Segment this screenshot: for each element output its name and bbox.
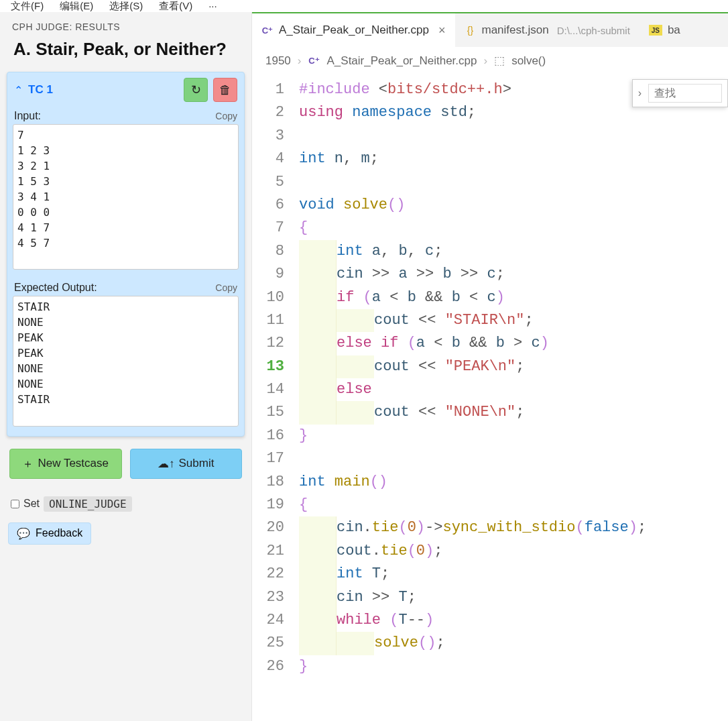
json-icon: {}	[465, 24, 477, 36]
feedback-button[interactable]: 💬 Feedback	[8, 522, 91, 545]
menu-file[interactable]: 文件(F)	[11, 0, 44, 12]
submit-button[interactable]: ☁↑ Submit	[130, 449, 243, 479]
editor-pane: ← → C⁺ A_Stair_Peak_or_Neither.cpp × {} …	[252, 12, 728, 721]
breadcrumb: 1950 › C⁺ A_Stair_Peak_or_Neither.cpp › …	[252, 47, 728, 74]
chevron-right-icon: ›	[298, 54, 302, 68]
tab-js-file[interactable]: JS ba	[640, 13, 690, 47]
copy-input-button[interactable]: Copy	[215, 111, 237, 121]
cpp-icon: C⁺	[308, 55, 320, 67]
delete-testcase-button[interactable]: 🗑	[213, 78, 237, 102]
cph-panel-title: CPH JUDGE: RESULTS	[0, 12, 251, 39]
chevron-up-icon[interactable]: ⌃	[14, 84, 23, 97]
reload-icon: ↻	[191, 82, 201, 97]
tab-label: ba	[668, 23, 680, 37]
nav-back-icon[interactable]: ←	[286, 12, 300, 15]
tab-cpp-file[interactable]: C⁺ A_Stair_Peak_or_Neither.cpp ×	[252, 13, 455, 47]
cpp-icon: C⁺	[261, 24, 274, 36]
testcase-name[interactable]: TC 1	[28, 83, 184, 97]
problem-title: A. Stair, Peak, or Neither?	[0, 39, 251, 72]
find-widget: ›	[632, 79, 728, 107]
trash-icon: 🗑	[219, 83, 231, 97]
code-editor[interactable]: 1234567891011121314151617181920212223242…	[252, 74, 728, 721]
close-icon[interactable]: ×	[438, 23, 446, 38]
menu-view[interactable]: 查看(V)	[159, 0, 192, 12]
menu-select[interactable]: 选择(S)	[109, 0, 143, 12]
breadcrumb-file[interactable]: A_Stair_Peak_or_Neither.cpp	[327, 54, 477, 68]
menubar: 文件(F) 编辑(E) 选择(S) 查看(V) ···	[0, 0, 728, 12]
function-icon: ⬚	[494, 54, 505, 68]
menu-edit[interactable]: 编辑(E)	[60, 0, 93, 12]
new-testcase-label: New Testcase	[38, 457, 109, 470]
expected-textarea[interactable]	[13, 296, 239, 426]
testcase-card: ⌃ TC 1 ↻ 🗑 Input: Copy Expected Output:	[7, 72, 245, 437]
tab-bar: C⁺ A_Stair_Peak_or_Neither.cpp × {} mani…	[252, 13, 728, 47]
menu-more[interactable]: ···	[208, 0, 217, 11]
submit-label: Submit	[179, 457, 215, 470]
code-content[interactable]: #include <bits/stdc++.h>using namespace …	[299, 78, 728, 721]
input-textarea[interactable]	[13, 124, 239, 270]
breadcrumb-folder[interactable]: 1950	[265, 54, 291, 68]
input-label: Input:	[14, 110, 41, 122]
cloud-upload-icon: ☁↑	[158, 457, 175, 471]
online-judge-badge: ONLINE_JUDGE	[44, 496, 132, 512]
tab-label: A_Stair_Peak_or_Neither.cpp	[279, 23, 429, 37]
tab-label: manifest.json	[482, 23, 549, 37]
js-icon: JS	[649, 25, 662, 36]
nav-forward-icon[interactable]: →	[315, 12, 330, 15]
set-label: Set	[23, 498, 40, 510]
tab-path: D:\...\cph-submit	[557, 25, 630, 36]
feedback-label: Feedback	[36, 527, 82, 539]
line-gutter: 1234567891011121314151617181920212223242…	[252, 78, 299, 721]
find-input[interactable]	[648, 84, 722, 103]
new-testcase-button[interactable]: ＋ New Testcase	[9, 449, 122, 479]
breadcrumb-symbol[interactable]: solve()	[511, 54, 546, 68]
tab-manifest-json[interactable]: {} manifest.json D:\...\cph-submit	[455, 13, 640, 47]
plus-icon: ＋	[22, 456, 34, 472]
cph-sidebar: CPH JUDGE: RESULTS A. Stair, Peak, or Ne…	[0, 12, 252, 721]
expected-label: Expected Output:	[14, 282, 97, 294]
online-judge-checkbox[interactable]	[11, 500, 19, 508]
comment-icon: 💬	[17, 527, 30, 540]
chevron-right-icon: ›	[483, 54, 487, 68]
chevron-right-icon[interactable]: ›	[638, 87, 642, 99]
copy-expected-button[interactable]: Copy	[215, 282, 237, 293]
rerun-button[interactable]: ↻	[184, 78, 208, 102]
